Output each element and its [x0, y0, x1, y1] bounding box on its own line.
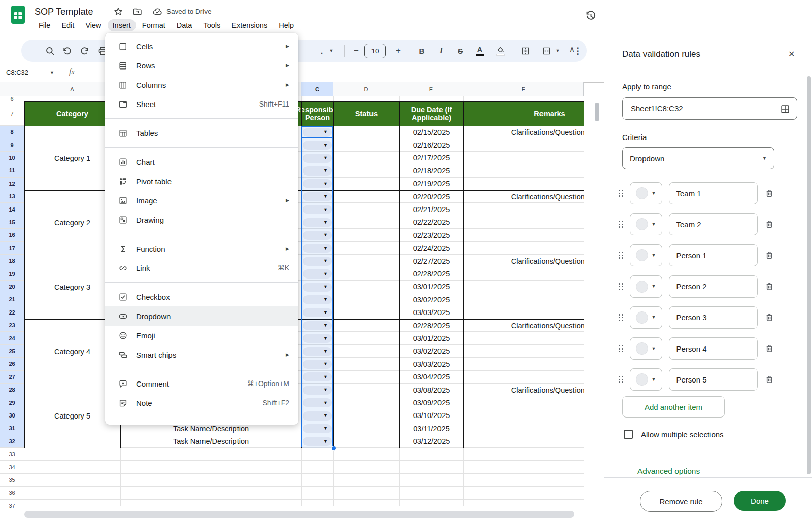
borders-icon[interactable]	[519, 40, 531, 62]
menu-item-columns[interactable]: Columns▶	[105, 75, 298, 94]
menu-item-emoji[interactable]: Emoji	[105, 326, 298, 345]
name-box[interactable]: C8:C32	[6, 68, 28, 76]
horizontal-scrollbar[interactable]	[24, 511, 574, 518]
due-date-cell[interactable]: 03/11/2025	[399, 422, 463, 435]
menu-item-image[interactable]: Image▶	[105, 191, 298, 210]
item-text-field[interactable]	[669, 368, 758, 391]
due-date-cell[interactable]: 03/03/2025	[399, 358, 463, 370]
merge-caret-icon[interactable]: ▼	[554, 40, 561, 62]
row-header-12[interactable]: 12	[0, 178, 24, 190]
remove-rule-button[interactable]: Remove rule	[640, 491, 722, 512]
row-header-7[interactable]: 7	[0, 101, 24, 126]
column-header-C[interactable]: C	[301, 82, 333, 96]
version-history-icon[interactable]	[585, 10, 597, 22]
remarks-cell[interactable]: Clarifications/Questions	[463, 384, 584, 396]
table-header-cell-E[interactable]: Due Date (If Applicable)	[399, 101, 463, 126]
due-date-cell[interactable]: 02/16/2025	[399, 138, 463, 151]
color-swatch-button[interactable]: ▼	[630, 182, 662, 204]
delete-item-icon[interactable]	[764, 343, 774, 354]
color-swatch-button[interactable]: ▼	[630, 337, 662, 360]
close-panel-icon[interactable]: ✕	[788, 49, 795, 59]
due-date-cell[interactable]: 03/03/2025	[399, 306, 463, 319]
drag-handle[interactable]	[619, 345, 623, 352]
color-swatch-button[interactable]: ▼	[630, 275, 662, 298]
menu-item-smart-chips[interactable]: Smart chips▶	[105, 345, 298, 364]
due-date-cell[interactable]: 03/10/2025	[399, 409, 463, 422]
menu-item-comment[interactable]: Comment⌘+Option+M	[105, 374, 298, 393]
item-text-field[interactable]	[669, 275, 758, 298]
sheets-logo-icon[interactable]	[11, 6, 25, 24]
due-date-cell[interactable]: 02/24/2025	[399, 242, 463, 255]
name-box-caret-icon[interactable]: ▼	[50, 71, 54, 75]
menu-item-rows[interactable]: Rows▶	[105, 56, 298, 75]
column-header-D[interactable]: D	[333, 82, 399, 96]
item-text-field[interactable]	[669, 337, 758, 360]
row-header-27[interactable]: 27	[0, 371, 24, 384]
move-folder-icon[interactable]	[132, 7, 143, 17]
decimal-remnant[interactable]: .	[318, 40, 325, 62]
due-date-cell[interactable]: 03/12/2025	[399, 435, 463, 448]
row-header-29[interactable]: 29	[0, 396, 24, 409]
due-date-cell[interactable]: 02/28/2025	[399, 267, 463, 280]
row-header-17[interactable]: 17	[0, 242, 24, 255]
due-date-cell[interactable]: 03/02/2025	[399, 345, 463, 358]
menubar-item-edit[interactable]: Edit	[56, 19, 79, 31]
drag-handle[interactable]	[619, 221, 623, 228]
row-header-9[interactable]: 9	[0, 138, 24, 151]
row-header-11[interactable]: 11	[0, 164, 24, 177]
due-date-cell[interactable]: 03/08/2025	[399, 384, 463, 396]
due-date-cell[interactable]: 02/15/2025	[399, 126, 463, 138]
row-header-37[interactable]: 37	[0, 500, 24, 511]
remarks-cell[interactable]: Clarifications/Questions	[463, 126, 584, 138]
color-swatch-button[interactable]: ▼	[630, 368, 662, 391]
drag-handle[interactable]	[619, 283, 623, 290]
row-header-26[interactable]: 26	[0, 358, 24, 370]
criteria-select[interactable]: Dropdown ▼	[622, 147, 774, 169]
row-header-28[interactable]: 28	[0, 384, 24, 396]
item-text-field[interactable]	[669, 213, 758, 235]
menubar-item-file[interactable]: File	[33, 19, 55, 31]
row-header-24[interactable]: 24	[0, 332, 24, 344]
remarks-cell[interactable]: Clarifications/Questions	[463, 319, 584, 332]
done-button[interactable]: Done	[734, 491, 786, 511]
row-header-14[interactable]: 14	[0, 203, 24, 216]
redo-icon[interactable]	[78, 40, 90, 62]
row-header-32[interactable]: 32	[0, 435, 24, 448]
vertical-scrollbar[interactable]	[595, 103, 599, 121]
row-header-35[interactable]: 35	[0, 474, 24, 487]
row-header-21[interactable]: 21	[0, 293, 24, 306]
collapse-toolbar-icon[interactable]: ∧	[569, 45, 575, 54]
document-title[interactable]: SOP Template	[35, 7, 93, 17]
panel-scrollbar[interactable]	[807, 76, 811, 474]
search-menus-icon[interactable]	[44, 40, 56, 62]
decrease-font-icon[interactable]: −	[351, 40, 361, 62]
table-header-cell-C[interactable]: Responsible Person	[301, 101, 333, 126]
drag-handle[interactable]	[619, 252, 623, 259]
delete-item-icon[interactable]	[764, 188, 774, 198]
menu-item-checkbox[interactable]: Checkbox	[105, 287, 298, 306]
menu-item-chart[interactable]: Chart	[105, 152, 298, 171]
column-header-F[interactable]: F	[463, 82, 584, 96]
menubar-item-view[interactable]: View	[80, 19, 106, 31]
menu-item-link[interactable]: Link⌘K	[105, 258, 298, 277]
color-swatch-button[interactable]: ▼	[630, 244, 662, 266]
row-header-34[interactable]: 34	[0, 461, 24, 473]
remarks-cell[interactable]: Clarifications/Questions	[463, 190, 584, 203]
color-swatch-button[interactable]: ▼	[630, 306, 662, 329]
drag-handle[interactable]	[619, 190, 623, 197]
fill-handle[interactable]	[331, 446, 336, 451]
advanced-options-link[interactable]: Advanced options	[637, 467, 700, 476]
item-text-field[interactable]	[669, 306, 758, 329]
table-header-cell-F[interactable]: Remarks	[463, 101, 584, 126]
due-date-cell[interactable]: 02/19/2025	[399, 178, 463, 190]
menu-item-dropdown[interactable]: Dropdown	[105, 306, 298, 326]
fill-color-icon[interactable]	[494, 40, 506, 62]
menu-item-tables[interactable]: Tables	[105, 123, 298, 143]
menu-item-function[interactable]: Function▶	[105, 239, 298, 258]
saved-status[interactable]: Saved to Drive	[166, 8, 212, 15]
format-caret-icon[interactable]: ▼	[328, 40, 335, 62]
bold-button[interactable]: B	[417, 40, 427, 62]
row-header-18[interactable]: 18	[0, 255, 24, 267]
delete-item-icon[interactable]	[764, 282, 774, 292]
due-date-cell[interactable]: 02/21/2025	[399, 203, 463, 216]
